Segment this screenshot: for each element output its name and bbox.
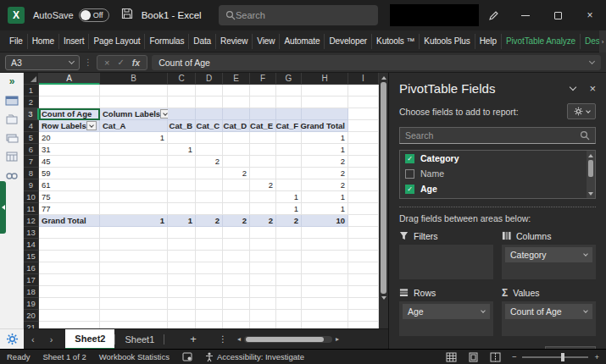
row-header-15[interactable]: 15	[24, 251, 39, 262]
cell-E1[interactable]	[223, 85, 250, 97]
cell-D16[interactable]	[196, 262, 223, 274]
fields-search-input[interactable]	[405, 130, 580, 141]
cell-F2[interactable]	[250, 97, 276, 108]
prev-sheet-icon[interactable]: ‹	[24, 334, 42, 345]
column-list-icon[interactable]	[0, 130, 24, 146]
cell-F21[interactable]	[250, 322, 276, 328]
cell-F7[interactable]	[250, 156, 276, 168]
accessibility-status[interactable]: Accessibility: Investigate	[205, 352, 304, 362]
ribbon-tab-pivottable-analyze[interactable]: PivotTable Analyze	[501, 34, 580, 49]
row-header-4[interactable]: 4	[24, 120, 39, 132]
maximize-button[interactable]	[542, 0, 574, 30]
cell-I8[interactable]	[348, 168, 379, 179]
cell-E20[interactable]	[223, 310, 250, 322]
row-header-21[interactable]: 21	[24, 322, 39, 328]
zoom-in-icon[interactable]: +	[594, 352, 599, 361]
cell-B10[interactable]	[100, 191, 168, 203]
cell-H15[interactable]	[302, 251, 348, 262]
row-header-18[interactable]: 18	[24, 286, 39, 298]
chevron-down-icon[interactable]	[583, 308, 588, 313]
cell-I5[interactable]	[348, 132, 379, 144]
cell-I14[interactable]	[348, 239, 379, 251]
cell-I18[interactable]	[348, 286, 379, 298]
ribbon-tab-data[interactable]: Data	[188, 34, 215, 49]
cell-F5[interactable]	[250, 132, 276, 144]
cell-C19[interactable]	[168, 298, 196, 310]
workbook-statistics[interactable]: Workbook Statistics	[99, 352, 170, 361]
col-header-B[interactable]: B	[100, 73, 168, 85]
cell-I3[interactable]	[348, 108, 379, 120]
cell-D6[interactable]	[196, 144, 223, 156]
scroll-right-icon[interactable]: ▸	[336, 335, 339, 343]
scroll-up-icon[interactable]	[381, 76, 386, 80]
cell-E8[interactable]: 2	[223, 168, 250, 179]
cell-H14[interactable]	[302, 239, 348, 251]
area-box-filters[interactable]	[399, 245, 493, 279]
search-input[interactable]	[236, 10, 354, 20]
cell-G10[interactable]: 1	[276, 191, 302, 203]
cell-A15[interactable]	[39, 251, 100, 262]
cell-H7[interactable]: 2	[302, 156, 348, 168]
row-header-13[interactable]: 13	[24, 227, 39, 239]
formula-input[interactable]: Count of Age	[152, 55, 601, 70]
pane-handle[interactable]	[0, 181, 6, 234]
cell-B5[interactable]: 1	[100, 132, 168, 144]
row-header-19[interactable]: 19	[24, 298, 39, 310]
cell-C6[interactable]: 1	[168, 144, 196, 156]
tab-options-icon[interactable]: ⋮	[219, 334, 237, 344]
field-scroll-thumb[interactable]	[588, 160, 593, 177]
row-header-12[interactable]: 12	[24, 215, 39, 227]
cell-I12[interactable]	[348, 215, 379, 227]
cell-E12[interactable]: 2	[223, 215, 250, 227]
cell-E4[interactable]: Cat_D	[223, 120, 250, 132]
cell-D1[interactable]	[196, 85, 223, 97]
cell-F18[interactable]	[250, 286, 276, 298]
cell-G18[interactable]	[276, 286, 302, 298]
cell-E2[interactable]	[223, 97, 250, 108]
cell-D8[interactable]	[196, 168, 223, 179]
cell-B11[interactable]	[100, 203, 168, 215]
confirm-entry-icon[interactable]: ✓	[117, 58, 124, 67]
cell-B17[interactable]	[100, 274, 168, 286]
insert-function-icon[interactable]: fx	[132, 58, 140, 68]
cell-D13[interactable]	[196, 227, 223, 239]
field-list-scrollbar[interactable]	[587, 151, 595, 198]
ribbon-tab-page-layout[interactable]: Page Layout	[88, 34, 144, 49]
cell-D20[interactable]	[196, 310, 223, 322]
cell-B6[interactable]	[100, 144, 168, 156]
cell-H10[interactable]: 1	[302, 191, 348, 203]
expand-pane-icon[interactable]: »	[0, 73, 24, 90]
cell-F19[interactable]	[250, 298, 276, 310]
status-sheet-info[interactable]: Sheet 1 of 2	[42, 352, 86, 361]
cell-D17[interactable]	[196, 274, 223, 286]
cell-H20[interactable]	[302, 310, 348, 322]
row-header-10[interactable]: 10	[24, 191, 39, 203]
chevron-down-icon[interactable]	[481, 308, 486, 313]
cell-B3[interactable]: Column Labels	[100, 108, 168, 120]
cell-H2[interactable]	[302, 97, 348, 108]
cell-D10[interactable]	[196, 191, 223, 203]
new-sheet-button[interactable]: +	[164, 333, 219, 345]
cell-B19[interactable]	[100, 298, 168, 310]
cell-E11[interactable]	[223, 203, 250, 215]
cell-C15[interactable]	[168, 251, 196, 262]
cell-F6[interactable]	[250, 144, 276, 156]
row-header-16[interactable]: 16	[24, 262, 39, 274]
page-layout-view-icon[interactable]	[468, 352, 479, 362]
name-manager-icon[interactable]	[0, 111, 24, 128]
cell-D4[interactable]: Cat_C	[196, 120, 223, 132]
row-header-14[interactable]: 14	[24, 239, 39, 251]
next-sheet-icon[interactable]: ›	[42, 334, 61, 345]
pivot-field-pill-category[interactable]: Category	[505, 247, 592, 262]
pane-collapse-icon[interactable]	[570, 84, 576, 91]
cell-A8[interactable]: 59	[39, 168, 100, 179]
cell-H6[interactable]: 1	[302, 144, 348, 156]
cell-C7[interactable]	[168, 156, 196, 168]
cell-F3[interactable]	[250, 108, 276, 120]
name-box[interactable]: A3	[5, 55, 80, 70]
cell-C11[interactable]	[168, 203, 196, 215]
cell-C14[interactable]	[168, 239, 196, 251]
horizontal-scrollbar[interactable]: ◂ ▸	[237, 335, 339, 343]
pen-mode-icon[interactable]	[477, 0, 509, 30]
cell-A13[interactable]	[39, 227, 100, 239]
